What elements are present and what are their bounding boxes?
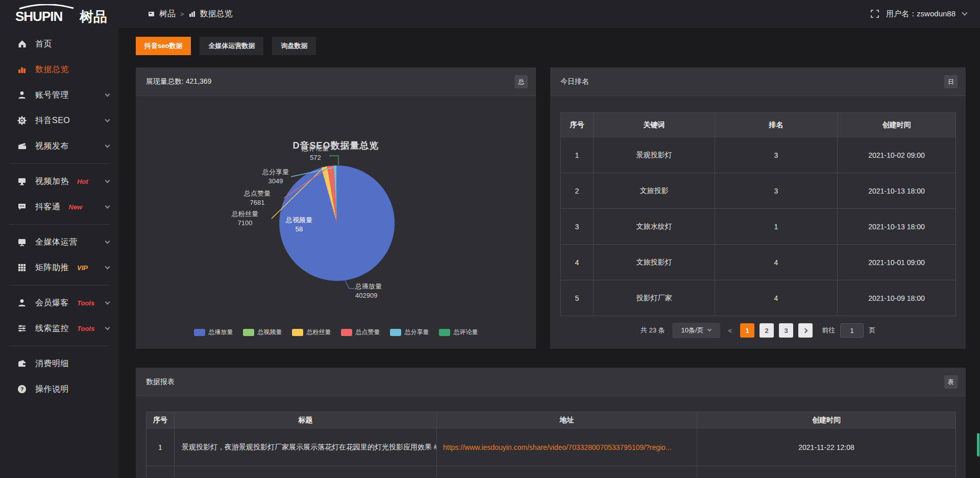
- rank-col-序号: 序号: [561, 113, 594, 137]
- rank-cell: 投影灯厂家: [594, 280, 715, 316]
- report-table-row-partial: [146, 466, 956, 478]
- legend-swatch: [390, 329, 401, 336]
- page-button-2[interactable]: 2: [760, 323, 774, 338]
- sidebar-item-首页[interactable]: 首页: [0, 31, 118, 57]
- pie-label-总播放量: 总播放量402909: [355, 282, 411, 300]
- day-badge[interactable]: 日: [944, 75, 958, 88]
- report-col-地址: 地址: [437, 412, 697, 428]
- chevron-down-icon[interactable]: [105, 299, 110, 304]
- breadcrumb-item-shupin[interactable]: 树品: [159, 9, 176, 19]
- impressions-panel: 展现量总数: 421,369 总 D音SEO数据量总览 总播放量402909总视…: [136, 67, 536, 349]
- sidebar-item-视频加热[interactable]: 视频加热Hot: [0, 169, 118, 194]
- sidebar-item-label: 全媒体运营: [35, 237, 78, 248]
- breadcrumb-separator: >: [180, 10, 184, 18]
- goto-page-input[interactable]: [840, 323, 864, 338]
- chevron-down-icon[interactable]: [105, 142, 110, 148]
- pie-label-name: 总粉丝量: [218, 209, 272, 219]
- report-table-row: 1景观投影灯，夜游景观投影灯厂家展示展示落花灯在花园里的灯光投影应用效果 #ht…: [146, 428, 956, 466]
- page-unit: 页: [869, 326, 875, 335]
- sidebar-item-消费明细[interactable]: 消费明细: [0, 351, 118, 376]
- chevron-down-icon[interactable]: [105, 203, 110, 208]
- legend-label: 总分享量: [405, 328, 429, 337]
- rank-cell: 5: [561, 280, 594, 316]
- app-logo: SHUPIN 树品: [14, 4, 116, 25]
- sidebar-item-会员爆客[interactable]: 会员爆客Tools: [0, 290, 118, 316]
- legend-item-总评论量[interactable]: 总评论量: [439, 328, 478, 337]
- sidebar-item-数据总览[interactable]: 数据总览: [0, 57, 118, 82]
- report-cell-empty: [697, 466, 956, 478]
- scrollbar-thumb[interactable]: [977, 433, 979, 457]
- tab-抖音seo数据[interactable]: 抖音seo数据: [136, 37, 191, 55]
- total-badge[interactable]: 总: [514, 75, 528, 88]
- legend-item-总点赞量[interactable]: 总点赞量: [341, 328, 380, 337]
- impressions-total: 展现量总数: 421,369: [146, 77, 211, 86]
- pie-label-总粉丝量: 总粉丝量7100: [218, 209, 272, 228]
- rank-cell: 2021-10-13 18:00: [838, 209, 956, 245]
- chevron-down-icon[interactable]: [962, 10, 967, 15]
- tab-全媒体运营数据[interactable]: 全媒体运营数据: [200, 37, 263, 55]
- sidebar-badge-new: New: [69, 203, 83, 211]
- sidebar-item-label: 数据总览: [35, 64, 69, 75]
- sidebar-item-矩阵助推[interactable]: 矩阵助推VIP: [0, 255, 118, 280]
- sidebar-item-label: 矩阵助推: [35, 262, 69, 273]
- report-panel: 数据报表 表 序号标题地址创建时间 1景观投影灯，夜游景观投影灯厂家展示展示落花…: [136, 368, 966, 478]
- rank-col-排名: 排名: [715, 113, 838, 137]
- chat-icon: [17, 202, 29, 212]
- pie-label-name: 总视频量: [273, 216, 326, 225]
- rank-cell: 2021-10-02 09:00: [838, 137, 956, 173]
- report-cell-empty: [175, 466, 437, 478]
- chevron-down-icon[interactable]: [105, 117, 110, 122]
- page-button-1[interactable]: 1: [740, 323, 754, 338]
- fullscreen-icon[interactable]: [871, 10, 879, 18]
- rank-table-row: 5投影灯厂家42021-10-09 18:00: [561, 280, 956, 316]
- sidebar-item-线索监控[interactable]: 线索监控Tools: [0, 316, 118, 341]
- page-size-select[interactable]: 10条/页: [672, 323, 720, 338]
- sidebar-item-label: 消费明细: [35, 358, 69, 369]
- sidebar-item-抖音SEO[interactable]: 抖音SEO: [0, 108, 118, 133]
- legend-label: 总粉丝量: [307, 328, 331, 337]
- home-icon: [17, 39, 29, 49]
- legend-label: 总评论量: [454, 328, 478, 337]
- rank-cell: 4: [561, 245, 594, 280]
- sidebar-badge-vip: VIP: [77, 264, 88, 272]
- chevron-down-icon[interactable]: [105, 325, 110, 330]
- sidebar-item-全媒体运营[interactable]: 全媒体运营: [0, 229, 118, 255]
- report-cell-empty: [146, 466, 175, 478]
- sidebar-divider: [9, 285, 109, 285]
- sidebar-item-label: 操作说明: [35, 384, 69, 395]
- sidebar-item-账号管理[interactable]: 账号管理: [0, 82, 118, 108]
- rank-cell: 2: [561, 173, 594, 209]
- username[interactable]: 用户名：zswodun88: [886, 9, 955, 19]
- next-page-button[interactable]: [798, 323, 813, 338]
- legend-item-总播放量[interactable]: 总播放量: [194, 328, 233, 337]
- page-button-3[interactable]: 3: [779, 323, 793, 338]
- sidebar-item-操作说明[interactable]: ?操作说明: [0, 376, 118, 402]
- legend-swatch: [243, 329, 254, 336]
- chevron-down-icon[interactable]: [105, 178, 110, 183]
- report-link[interactable]: https://www.iesdouyin.com/share/video/70…: [443, 443, 672, 451]
- rank-cell: 文旅投影灯: [594, 245, 715, 280]
- report-cell-title: 景观投影灯，夜游景观投影灯厂家展示展示落花灯在花园里的灯光投影应用效果 #: [175, 428, 437, 466]
- chevron-down-icon[interactable]: [105, 264, 110, 269]
- tab-询盘数据[interactable]: 询盘数据: [272, 37, 316, 55]
- pie-label-value: 58: [273, 225, 326, 234]
- wallet-icon: [17, 358, 29, 369]
- sidebar-item-抖客通[interactable]: 抖客通New: [0, 194, 118, 220]
- prev-page-button[interactable]: <: [725, 327, 736, 334]
- chevron-down-icon[interactable]: [105, 91, 110, 97]
- report-panel-header: 数据报表: [136, 368, 966, 396]
- sidebar-item-label: 会员爆客: [35, 298, 69, 308]
- legend-item-总视频量[interactable]: 总视频量: [243, 328, 282, 337]
- legend-item-总分享量[interactable]: 总分享量: [390, 328, 429, 337]
- monitor-icon: [17, 237, 29, 247]
- breadcrumb-item-overview[interactable]: 数据总览: [200, 9, 233, 19]
- table-badge[interactable]: 表: [944, 375, 958, 389]
- legend-item-总粉丝量[interactable]: 总粉丝量: [292, 328, 331, 337]
- sidebar-item-label: 视频发布: [35, 141, 69, 152]
- impressions-panel-header: 展现量总数: 421,369: [136, 67, 536, 96]
- chevron-down-icon[interactable]: [105, 238, 110, 244]
- sidebar-divider: [9, 346, 109, 346]
- sidebar-item-视频发布[interactable]: 视频发布: [0, 133, 118, 159]
- report-cell-index: 1: [146, 428, 175, 466]
- breadcrumb: 树品 > 数据总览: [148, 0, 233, 28]
